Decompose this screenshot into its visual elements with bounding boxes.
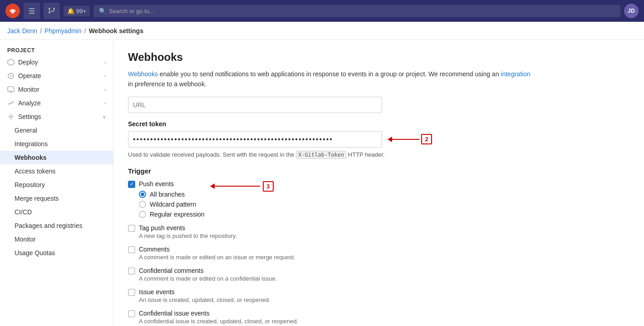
trigger-title: Trigger — [128, 167, 629, 175]
all-branches-row: All branches — [139, 191, 205, 198]
sidebar-item-monitor-sub[interactable]: Monitor — [0, 232, 113, 246]
comments-row: Comments A comment is made or edited on … — [128, 246, 629, 261]
sidebar-item-webhooks[interactable]: Webhooks — [0, 151, 113, 164]
annotation-badge-2: 2 — [421, 134, 432, 144]
sidebar-label-settings: Settings — [18, 113, 41, 120]
sidebar-item-analyze[interactable]: Analyze › — [0, 96, 113, 110]
secret-token-input[interactable] — [128, 131, 382, 148]
webhooks-link[interactable]: Webhooks — [128, 70, 158, 78]
search-icon: 🔍 — [99, 8, 106, 15]
sidebar-label-analyze: Analyze — [18, 99, 41, 107]
sidebar-item-general[interactable]: General — [0, 123, 113, 137]
url-input[interactable] — [128, 97, 382, 113]
main-layout: Project Deploy › Operate › Monitor › — [0, 40, 644, 326]
all-branches-radio[interactable] — [139, 191, 146, 198]
sidebar-item-packages-registries[interactable]: Packages and registries — [0, 219, 113, 232]
sidebar-label-cicd: CI/CD — [15, 208, 32, 216]
notifications-badge[interactable]: 🔔 99+ — [64, 6, 90, 16]
trigger-section: Trigger Push events All branches — [128, 167, 629, 326]
user-avatar[interactable]: JD — [624, 4, 639, 18]
breadcrumb-project[interactable]: Phpmyadmin — [44, 27, 82, 35]
wildcard-pattern-label: Wildcard pattern — [150, 201, 196, 208]
comments-checkbox[interactable] — [128, 246, 135, 253]
sidebar-item-monitor[interactable]: Monitor › — [0, 83, 113, 96]
sidebar-item-merge-requests[interactable]: Merge requests — [0, 192, 113, 205]
regular-expression-label: Regular expression — [150, 211, 205, 218]
issue-events-row: Issue events An issue is created, update… — [128, 288, 629, 303]
sidebar-label-repository: Repository — [15, 181, 45, 188]
sidebar-toggle-icon[interactable]: ☰ — [24, 3, 40, 19]
regular-expression-radio[interactable] — [139, 211, 146, 218]
sidebar-item-integrations[interactable]: Integrations — [0, 137, 113, 151]
arrow-to-push-events — [210, 183, 260, 189]
sidebar-label-packages-registries: Packages and registries — [15, 222, 82, 229]
sidebar-label-webhooks: Webhooks — [15, 154, 47, 161]
arrow-to-input — [388, 137, 419, 142]
sidebar: Project Deploy › Operate › Monitor › — [0, 40, 113, 326]
search-placeholder: Search or go to... — [109, 8, 154, 15]
regular-expression-row: Regular expression — [139, 211, 205, 218]
bell-icon: 🔔 — [67, 8, 74, 15]
breadcrumb-user[interactable]: Jack Denn — [7, 27, 37, 35]
svg-point-2 — [10, 116, 12, 118]
page-title: Webhooks — [128, 51, 629, 64]
tag-push-checkbox[interactable] — [128, 225, 135, 232]
notifications-count: 99+ — [76, 8, 86, 15]
sidebar-section-title: Project — [0, 44, 113, 55]
issue-events-label: Issue events — [139, 288, 270, 296]
sidebar-item-operate[interactable]: Operate › — [0, 69, 113, 83]
sidebar-label-usage-quotas: Usage Quotas — [15, 249, 55, 257]
chevron-right-icon: › — [104, 101, 106, 106]
confidential-issue-events-checkbox[interactable] — [128, 310, 135, 317]
wildcard-pattern-radio[interactable] — [139, 201, 146, 208]
tag-push-events-row: Tag push events A new tag is pushed to t… — [128, 224, 629, 239]
secret-token-helper: Used to validate received payloads. Sent… — [128, 151, 629, 158]
breadcrumb-current: Webhook settings — [89, 27, 143, 35]
settings-icon — [7, 113, 15, 120]
sidebar-label-deploy: Deploy — [18, 59, 38, 66]
merge-request-icon[interactable] — [44, 3, 60, 19]
annotation-2-container: 2 — [388, 134, 432, 144]
chevron-down-icon: ∨ — [103, 114, 106, 119]
confidential-issue-events-desc: A confidential issue is created, updated… — [139, 318, 298, 325]
push-events-checkbox[interactable] — [128, 181, 135, 188]
operate-icon — [7, 72, 15, 79]
sidebar-item-access-tokens[interactable]: Access tokens — [0, 164, 113, 178]
sidebar-item-deploy[interactable]: Deploy › — [0, 55, 113, 69]
secret-token-label: Secret token — [128, 120, 629, 128]
chevron-right-icon: › — [104, 74, 106, 79]
breadcrumb: Jack Denn / Phpmyadmin / Webhook setting… — [0, 22, 644, 40]
push-events-row-container: Push events All branches Wildcard patter… — [128, 180, 629, 221]
push-events-check-row: Push events — [128, 180, 205, 188]
tag-push-label: Tag push events — [139, 224, 237, 232]
sidebar-item-settings[interactable]: Settings ∨ — [0, 110, 113, 123]
gitlab-logo[interactable] — [5, 4, 20, 18]
deploy-icon — [7, 59, 15, 66]
sidebar-item-usage-quotas[interactable]: Usage Quotas — [0, 246, 113, 260]
confidential-comments-checkbox[interactable] — [128, 267, 135, 275]
sidebar-label-integrations: Integrations — [15, 140, 48, 148]
sidebar-label-access-tokens: Access tokens — [15, 168, 55, 175]
token-header-code: X-Gitlab-Token — [296, 151, 346, 159]
chevron-right-icon: › — [104, 87, 106, 92]
push-events-subitems: All branches Wildcard pattern Regular ex… — [139, 191, 205, 218]
url-field-container — [128, 97, 629, 113]
issue-events-desc: An issue is created, updated, closed, or… — [139, 296, 270, 303]
push-events-group: Push events All branches Wildcard patter… — [128, 180, 205, 221]
annotation-badge-3: 3 — [263, 181, 274, 192]
comments-label: Comments — [139, 246, 295, 253]
sidebar-label-monitor: Monitor — [18, 86, 39, 93]
content-area: Webhooks Webhooks enable you to send not… — [113, 40, 644, 326]
confidential-comments-label: Confidential comments — [139, 267, 277, 274]
push-events-label: Push events — [139, 180, 174, 188]
search-bar[interactable]: 🔍 Search or go to... — [93, 5, 620, 17]
sidebar-item-cicd[interactable]: CI/CD — [0, 205, 113, 219]
tag-push-desc: A new tag is pushed to the repository. — [139, 232, 237, 239]
sidebar-item-repository[interactable]: Repository — [0, 178, 113, 192]
issue-events-checkbox[interactable] — [128, 289, 135, 296]
sidebar-label-general: General — [15, 127, 37, 134]
svg-rect-1 — [8, 87, 14, 91]
page-description: Webhooks enable you to send notification… — [128, 69, 536, 89]
confidential-comments-row: Confidential comments A comment is made … — [128, 267, 629, 282]
integration-link[interactable]: integration — [501, 70, 530, 78]
